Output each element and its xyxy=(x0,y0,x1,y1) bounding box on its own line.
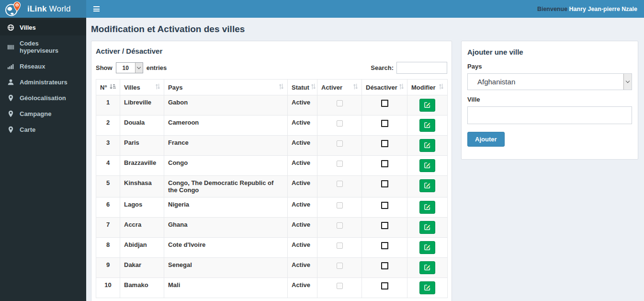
sidebar-item-label: Géolocalisation xyxy=(20,94,66,102)
welcome-message: Bienvenue Hanry Jean-pierre Nzale xyxy=(537,6,644,12)
table-row: 10BamakoMaliActive xyxy=(96,278,448,298)
modifier-button[interactable] xyxy=(419,201,435,214)
search-control: Search: xyxy=(371,62,447,74)
cell-activer xyxy=(317,116,362,136)
cell-ville: Dakar xyxy=(120,258,164,278)
desactiver-checkbox[interactable] xyxy=(381,242,388,249)
cell-desactiver xyxy=(362,197,407,218)
modifier-button[interactable] xyxy=(419,119,435,132)
column-header-villes[interactable]: Villes xyxy=(120,80,164,95)
desactiver-checkbox[interactable] xyxy=(381,100,388,107)
desactiver-checkbox[interactable] xyxy=(381,222,388,229)
cell-statut: Active xyxy=(288,258,317,278)
modifier-button[interactable] xyxy=(419,281,435,294)
cell-modifier xyxy=(407,95,448,116)
cell-pays: France xyxy=(164,136,288,156)
modifier-button[interactable] xyxy=(419,179,435,192)
modifier-button[interactable] xyxy=(419,241,435,254)
cell-ville: Kinshasa xyxy=(120,176,164,197)
cell-pays: Cameroon xyxy=(164,116,288,136)
sidebar-toggle-icon[interactable] xyxy=(86,0,106,18)
desactiver-checkbox[interactable] xyxy=(381,120,388,127)
activer-checkbox xyxy=(337,140,343,147)
desactiver-checkbox[interactable] xyxy=(381,180,388,187)
map-marker-icon xyxy=(7,126,14,133)
sidebar-item-g-olocalisation[interactable]: Géolocalisation xyxy=(0,90,86,106)
cell-modifier xyxy=(407,258,448,278)
ajouter-button[interactable]: Ajouter xyxy=(467,132,505,147)
sort-both-icon xyxy=(439,83,443,91)
sidebar-item-r-seaux[interactable]: Réseaux xyxy=(0,58,86,74)
modifier-button[interactable] xyxy=(419,221,435,234)
column-header-modifier[interactable]: Modifier xyxy=(407,80,448,95)
cell-ville: Douala xyxy=(120,116,164,136)
cell-pays: Senegal xyxy=(164,258,288,278)
column-header-label: Statut xyxy=(292,84,309,91)
modifier-button[interactable] xyxy=(419,159,435,172)
modifier-button[interactable] xyxy=(419,261,435,274)
edit-icon xyxy=(424,121,431,130)
pays-selected-value: Afghanistan xyxy=(477,78,515,86)
activer-checkbox xyxy=(337,243,343,249)
search-input[interactable] xyxy=(396,62,447,74)
desactiver-checkbox[interactable] xyxy=(381,202,388,209)
desactiver-checkbox[interactable] xyxy=(381,140,388,147)
column-header-pays[interactable]: Pays xyxy=(164,80,288,95)
page-title: Modification et Activation des villes xyxy=(91,24,638,35)
villes-table: N°VillesPaysStatutActiverDésactiverModif… xyxy=(96,79,448,298)
show-label: Show xyxy=(96,64,113,71)
sidebar-item-campagne[interactable]: Campagne xyxy=(0,106,86,122)
cell-activer xyxy=(317,136,362,156)
sort-both-icon xyxy=(353,83,358,91)
cell-statut: Active xyxy=(288,116,317,136)
top-navbar: $ iLink World Bienvenue Hanry Jean-pierr… xyxy=(0,0,644,18)
desactiver-checkbox[interactable] xyxy=(381,160,388,167)
sidebar-item-codes-hyperviseurs[interactable]: Codes hyperviseurs xyxy=(0,35,86,58)
cell-desactiver xyxy=(362,218,407,238)
cell-activer xyxy=(317,156,362,176)
cell-modifier xyxy=(407,197,448,218)
table-row: 4BrazzavilleCongoActive xyxy=(96,156,448,176)
sort-both-icon xyxy=(279,83,283,91)
modifier-button[interactable] xyxy=(419,139,435,152)
edit-icon xyxy=(424,101,431,110)
edit-icon xyxy=(424,243,431,252)
table-row: 8AbidjanCote d'IvoireActive xyxy=(96,238,448,258)
cell-ville: Accra xyxy=(120,218,164,238)
pays-select[interactable]: Afghanistan xyxy=(467,73,632,90)
chevron-down-icon xyxy=(623,74,632,90)
cell-ville: Bamako xyxy=(120,278,164,298)
cell-modifier xyxy=(407,218,448,238)
column-header-label: N° xyxy=(100,84,107,91)
edit-icon xyxy=(424,284,431,292)
cell-modifier xyxy=(407,136,448,156)
sidebar-item-administrateurs[interactable]: Administrateurs xyxy=(0,74,86,90)
cell-ville: Lagos xyxy=(120,197,164,218)
column-header-statut[interactable]: Statut xyxy=(288,80,317,95)
column-header-n-[interactable]: N° xyxy=(96,80,120,95)
cell-num: 3 xyxy=(96,136,120,156)
modifier-button[interactable] xyxy=(419,99,435,112)
column-header-label: Activer xyxy=(321,84,342,91)
table-row: 2DoualaCameroonActive xyxy=(96,116,448,136)
activer-checkbox xyxy=(337,181,343,187)
cell-pays: Gabon xyxy=(164,95,288,116)
cell-num: 1 xyxy=(96,95,120,116)
cell-ville: Brazzaville xyxy=(120,156,164,176)
ville-input[interactable] xyxy=(467,106,632,124)
desactiver-checkbox[interactable] xyxy=(381,282,388,289)
sidebar-item-villes[interactable]: Villes xyxy=(0,20,86,35)
page-length-select[interactable]: 10 xyxy=(116,62,143,73)
column-header-d-sactiver[interactable]: Désactiver xyxy=(362,80,407,95)
cell-statut: Active xyxy=(288,278,317,298)
sidebar-item-carte[interactable]: Carte xyxy=(0,122,86,138)
cell-ville: Abidjan xyxy=(120,238,164,258)
column-header-activer[interactable]: Activer xyxy=(317,80,362,95)
sort-both-icon xyxy=(311,83,316,91)
desactiver-checkbox[interactable] xyxy=(381,262,388,269)
cell-modifier xyxy=(407,176,448,197)
sidebar-item-label: Villes xyxy=(20,24,36,31)
cell-activer xyxy=(317,176,362,197)
brand-logo[interactable]: $ iLink World xyxy=(0,0,86,18)
cell-modifier xyxy=(407,278,448,298)
